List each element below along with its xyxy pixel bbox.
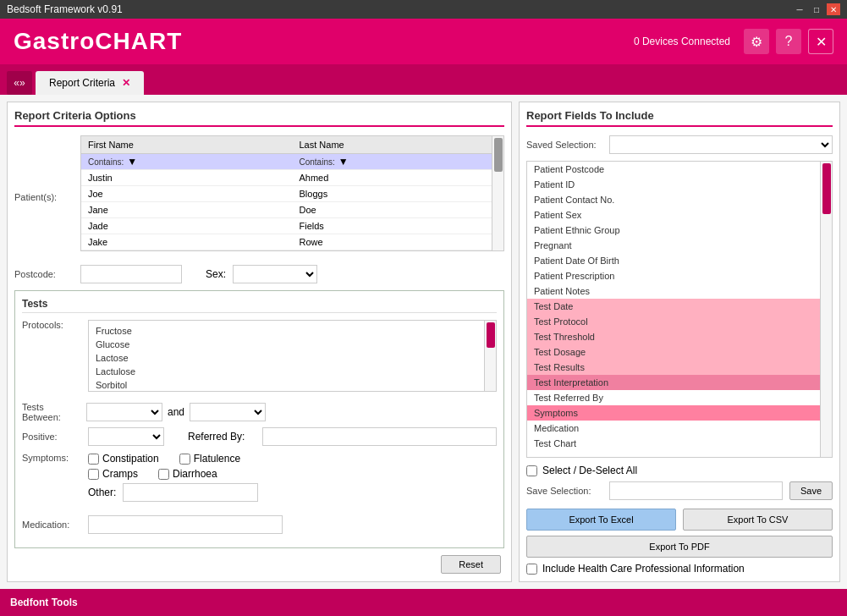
list-item[interactable]: Test Dosage <box>527 344 832 360</box>
list-item[interactable]: Lactose <box>92 351 492 365</box>
patient-last-4: Rowe <box>293 234 504 250</box>
symptoms-label: Symptoms: <box>22 453 81 463</box>
include-hcp-row: Include Health Care Professional Informa… <box>526 563 833 575</box>
protocols-scrollbar[interactable] <box>484 321 496 391</box>
minimize-button[interactable]: ─ <box>793 3 806 15</box>
list-item[interactable]: Medication <box>527 421 832 436</box>
report-criteria-tab[interactable]: Report Criteria ✕ <box>36 71 144 95</box>
table-row: Jade Fields <box>81 218 503 234</box>
list-item[interactable]: Sorbitol <box>92 378 492 392</box>
protocols-list-inner: Fructose Glucose Lactose Lactulose Sorbi… <box>91 322 494 392</box>
list-item[interactable]: Patient Ethnic Group <box>527 223 832 238</box>
diarrhoea-checkbox-label[interactable]: Diarrhoea <box>158 468 217 480</box>
other-label: Other: <box>88 487 116 498</box>
cramps-checkbox[interactable] <box>88 469 99 480</box>
cramps-checkbox-label[interactable]: Cramps <box>88 468 138 480</box>
medication-input[interactable] <box>88 515 283 534</box>
export-pdf-button[interactable]: Export To PDF <box>526 536 833 558</box>
list-item[interactable]: Patient Sex <box>527 207 832 223</box>
include-hcp-checkbox[interactable] <box>526 564 537 575</box>
sex-label: Sex: <box>206 268 226 280</box>
constipation-checkbox-label[interactable]: Constipation <box>88 453 159 465</box>
protocols-list[interactable]: Fructose Glucose Lactose Lactulose Sorbi… <box>88 320 497 392</box>
table-row: Justin Ahmed <box>81 170 503 186</box>
constipation-checkbox[interactable] <box>88 454 99 465</box>
flatulence-checkbox-label[interactable]: Flatulence <box>179 453 240 465</box>
sex-select[interactable] <box>233 265 317 283</box>
fields-list: Patient Postcode Patient ID Patient Cont… <box>527 162 832 451</box>
patient-table: First Name Last Name Contains: ▼ <box>81 136 503 250</box>
save-button[interactable]: Save <box>789 481 833 500</box>
list-item[interactable]: Patient Date Of Birth <box>527 253 832 268</box>
patients-label: Patient(s): <box>14 192 74 202</box>
list-item[interactable]: Symptoms <box>527 405 832 421</box>
app-title: GastroCHART <box>14 28 182 55</box>
reset-button[interactable]: Reset <box>441 555 501 574</box>
tests-between-from[interactable] <box>86 403 162 421</box>
positive-row: Positive: Referred By: <box>22 427 497 446</box>
bottom-bar: Bedfont Tools <box>0 589 847 616</box>
patient-table-scrollbar[interactable] <box>492 136 503 250</box>
help-icon[interactable]: ? <box>776 29 801 54</box>
maximize-button[interactable]: □ <box>810 3 823 15</box>
reset-row: Reset <box>14 555 504 574</box>
list-item[interactable]: Patient Notes <box>527 283 832 299</box>
title-bar: Bedsoft Framework v0.91 ─ □ ✕ <box>0 0 847 19</box>
postcode-sex-row: Postcode: Sex: <box>14 265 504 283</box>
list-item[interactable]: Patient Contact No. <box>527 192 832 207</box>
title-bar-controls[interactable]: ─ □ ✕ <box>793 3 840 15</box>
filter-last-arrow[interactable]: ▼ <box>338 156 349 168</box>
list-item[interactable]: Patient Prescription <box>527 268 832 283</box>
symptoms-row-1: Constipation Flatulence <box>88 453 258 465</box>
referred-by-input[interactable] <box>262 427 497 446</box>
export-csv-button[interactable]: Export To CSV <box>683 509 833 531</box>
filter-row: Contains: ▼ Contains: ▼ <box>81 154 503 170</box>
header-right: 0 Devices Connected ⚙ ? ✕ <box>634 29 833 54</box>
fields-scrollbar-thumb <box>822 163 831 214</box>
fields-list-container[interactable]: Patient Postcode Patient ID Patient Cont… <box>526 161 833 458</box>
patient-table-container: First Name Last Name Contains: ▼ <box>80 135 504 251</box>
list-item[interactable]: Test Interpretation <box>527 375 832 390</box>
select-all-row: Select / De-Select All <box>526 465 833 476</box>
settings-icon[interactable]: ⚙ <box>744 29 769 54</box>
list-item[interactable]: Lactulose <box>92 365 492 378</box>
list-item[interactable]: Test Results <box>527 360 832 375</box>
list-item[interactable]: Fructose <box>92 324 492 338</box>
app-close-icon[interactable]: ✕ <box>808 29 833 54</box>
scrollbar-thumb <box>494 138 503 172</box>
saved-selection-dropdown[interactable] <box>609 135 833 154</box>
postcode-input[interactable] <box>80 265 182 283</box>
list-item[interactable]: Test Threshold <box>527 329 832 344</box>
list-item[interactable]: Test Referred By <box>527 390 832 405</box>
list-item[interactable]: Patient ID <box>527 177 832 192</box>
right-panel-title: Report Fields To Include <box>526 109 833 127</box>
tab-close-icon[interactable]: ✕ <box>122 77 130 89</box>
other-input[interactable] <box>123 483 258 502</box>
list-item[interactable]: Glucose <box>92 338 492 351</box>
positive-select[interactable] <box>88 427 164 446</box>
fields-scrollbar[interactable] <box>820 162 832 457</box>
save-selection-label: Save Selection: <box>526 486 602 496</box>
diarrhoea-checkbox[interactable] <box>158 469 169 480</box>
filter-first-arrow[interactable]: ▼ <box>127 156 137 168</box>
include-hcp-label: Include Health Care Professional Informa… <box>542 563 745 575</box>
list-item[interactable]: Pregnant <box>527 238 832 253</box>
table-row: Jane Doe <box>81 202 503 218</box>
select-all-label: Select / De-Select All <box>542 465 637 476</box>
save-selection-input[interactable] <box>609 481 783 500</box>
export-excel-button[interactable]: Export To Excel <box>526 509 676 531</box>
flatulence-checkbox[interactable] <box>179 454 190 465</box>
list-item[interactable]: Test Protocol <box>527 314 832 329</box>
table-row: Jake Rowe <box>81 234 503 250</box>
patient-first-4: Jake <box>81 234 293 250</box>
main-content: Report Criteria Options Patient(s): Firs… <box>0 95 847 589</box>
tests-title: Tests <box>22 298 497 313</box>
list-item[interactable]: Test Date <box>527 299 832 314</box>
close-window-button[interactable]: ✕ <box>827 3 840 15</box>
postcode-label: Postcode: <box>14 269 74 279</box>
nav-arrow[interactable]: «» <box>7 71 32 95</box>
list-item[interactable]: Test Chart <box>527 436 832 451</box>
select-all-checkbox[interactable] <box>526 465 537 476</box>
list-item[interactable]: Patient Postcode <box>527 162 832 177</box>
tests-between-to[interactable] <box>190 403 266 421</box>
